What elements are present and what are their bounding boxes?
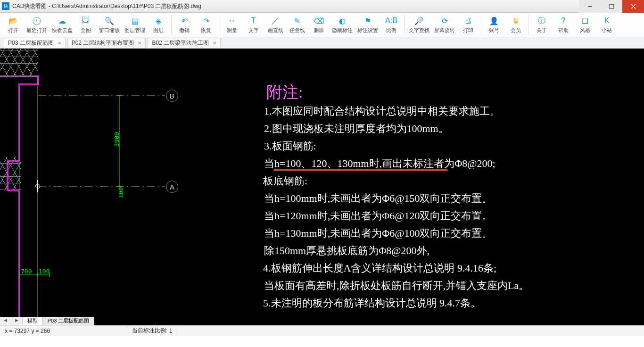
doc-tab-2[interactable]: B02 二层梁平法施工图✕ [148,38,221,48]
tool-label: 文字 [248,27,259,34]
tool-label: 文字查找 [409,27,429,34]
print-icon: 🖨 [463,16,473,26]
tool-line[interactable]: ／画直线 [265,14,286,36]
tool-fullview[interactable]: ⿴全图 [75,14,96,36]
grid-bubble-A: A [166,181,178,193]
open-icon: 📂 [8,16,18,26]
tool-account[interactable]: 👤账号 [484,14,504,36]
layout-tabs: ◄ ► 模型 P03 二层板配筋图 [0,317,94,325]
tool-recent[interactable]: 🕘最近打开 [25,14,49,36]
status-scale: 当前标注比例: 1 [127,326,177,336]
note-line-3e: 当h=130mm时,未画出者为Φ6@100双向正交布置。 [264,225,492,242]
redo-icon: ↷ [201,16,211,26]
tool-scale[interactable]: A:B比例 [381,14,402,36]
tab-label: P02 二层结构平面布置图 [72,39,134,47]
document-tabs: P03 二层板配筋图✕P02 二层结构平面布置图✕B02 二层梁平法施工图✕ [0,37,644,49]
zoomwin-icon: 🔍 [104,16,115,26]
scale-icon: A:B [386,16,396,26]
tool-measure[interactable]: ↔测量 [222,14,242,36]
statusbar: x = 73297 y = 266 当前标注比例: 1 [0,325,644,336]
layout-prev[interactable]: ◄ [0,317,11,325]
maximize-button[interactable] [601,0,622,13]
doc-tab-0[interactable]: P03 二层板配筋图✕ [4,38,66,48]
tool-print[interactable]: 🖨打印 [458,14,479,36]
layout-tab-model[interactable]: 模型 [23,317,43,325]
recent-icon: 🕘 [32,16,42,26]
tool-label: 屏幕旋转 [434,27,455,34]
tool-redo[interactable]: ↷恢复 [196,14,216,36]
delete-icon: ⌫ [314,16,324,26]
toolbar-divider [219,16,219,34]
tool-label: 帮助 [558,27,569,34]
undo-icon: ↶ [179,16,190,26]
tool-label: 画直线 [268,27,283,34]
tool-open[interactable]: 📂打开 [3,14,24,36]
tool-text[interactable]: T文字 [243,14,264,36]
grid-bubble-B: B [166,90,178,102]
tool-label: 图层管理 [124,27,145,34]
vip-icon: ♛ [511,16,521,26]
tool-style[interactable]: ❏风格 [575,14,595,36]
toolbar: 📂打开🕘最近打开☁快看云盘⿴全图🔍窗口缩放▤图层管理◈图层↶撤销↷恢复↔测量T文… [0,13,644,37]
tool-label: 任意线 [289,27,305,34]
tab-close-icon[interactable]: ✕ [213,41,216,46]
minimize-button[interactable] [579,0,601,13]
style-icon: ❏ [580,16,590,26]
tool-label: 快看云盘 [52,27,73,34]
dim-3900: 3900 [113,132,120,147]
tool-layers[interactable]: ◈图层 [148,14,169,36]
dim-700: 700 [21,268,32,275]
note-line-3: 3.板面钢筋: [264,138,316,155]
toolbar-divider [404,16,405,34]
tool-label: 打开 [8,27,18,34]
account-icon: 👤 [489,16,499,26]
measure-icon: ↔ [227,16,237,26]
tool-findtext[interactable]: 🔎文字查找 [407,14,431,36]
note-line-4: 4.板钢筋伸出长度A含义详结构设计总说明 9.4.16条; [263,260,496,277]
findtext-icon: 🔎 [414,16,424,26]
window-controls [579,0,644,13]
tool-about[interactable]: ⓘ关于 [531,14,552,36]
toolbar-divider [528,16,529,34]
tool-label: 撤销 [179,27,190,34]
doc-tab-1[interactable]: P02 二层结构平面布置图✕ [67,38,146,48]
tool-hidemk[interactable]: ◐隐藏标注 [330,14,355,36]
tool-label: 比例 [386,27,396,34]
titlebar: 快 CAD快速看图 - C:\Users\Administrator\Deskt… [0,0,644,13]
app-icon: 快 [2,2,9,10]
cloud-icon: ☁ [57,16,67,26]
tool-freeline[interactable]: ✎任意线 [287,14,307,36]
tool-layermgr[interactable]: ▤图层管理 [123,14,147,36]
tool-label: 窗口缩放 [99,27,120,34]
tool-mksetting[interactable]: ⚑标注设置 [355,14,380,36]
tool-undo[interactable]: ↶撤销 [174,14,195,36]
tool-label: 打印 [463,27,473,34]
tool-label: 全图 [81,27,91,34]
tool-cloud[interactable]: ☁快看云盘 [50,14,74,36]
drawing-canvas[interactable]: B A 3900 100 700 100 附注: 1.本图应同时配合结构设计总说… [0,49,644,325]
note-line-3f: 除150mm厚悬挑板底筋为Φ8@200外, [264,242,429,259]
tool-vip[interactable]: ♛会员 [505,14,526,36]
tool-mini[interactable]: K小站 [596,14,617,36]
tab-close-icon[interactable]: ✕ [58,41,61,46]
tool-label: 账号 [489,27,499,34]
toolbar-divider [171,16,172,34]
tool-help[interactable]: ?帮助 [553,14,574,36]
highlight-underline [273,169,448,171]
layout-next[interactable]: ► [11,317,23,325]
tool-zoomwin[interactable]: 🔍窗口缩放 [97,14,122,36]
layout-tab-sheet[interactable]: P03 二层板配筋图 [43,317,95,325]
cursor-crosshair [33,182,42,191]
note-line-3b: 板底钢筋: [263,173,307,190]
tool-delete[interactable]: ⌫删除 [308,14,329,36]
close-button[interactable] [622,0,644,13]
about-icon: ⓘ [537,16,547,26]
note-line-3c: 当h=100mm时,未画出者为Φ6@150双向正交布置。 [264,190,492,207]
note-line-4a: 当板面有高差时,除折板处板筋自行断开,并锚入支座内La。 [264,277,529,294]
tab-close-icon[interactable]: ✕ [138,41,141,46]
tool-rotate[interactable]: ⟳屏幕旋转 [432,14,457,36]
note-heading: 附注: [266,82,303,103]
status-coords: x = 73297 y = 266 [0,326,127,336]
tab-label: P03 二层板配筋图 [8,39,54,47]
status-scale-value: 1 [169,328,173,334]
